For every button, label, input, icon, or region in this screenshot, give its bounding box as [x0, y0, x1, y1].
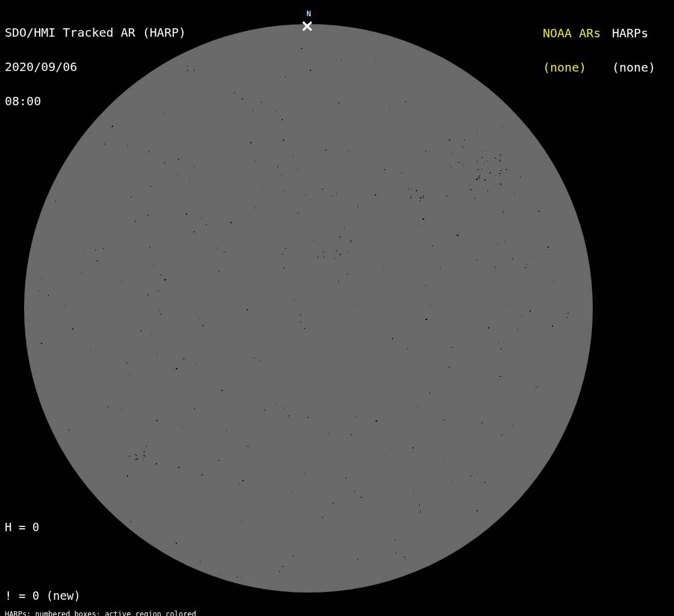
harps-label: HARPs [612, 28, 655, 39]
date-label: 2020/09/06 [5, 61, 186, 73]
time-label: 08:00 [5, 96, 186, 107]
legend-gap [5, 556, 135, 567]
noaa-ars-counter: NOAA ARs (none) [543, 5, 601, 96]
sdo-hmi-harp-frame: SDO/HMI Tracked AR (HARP) 2020/09/06 08:… [0, 0, 674, 616]
footnotes: HARPs: numbered boxes; active region col… [5, 596, 257, 616]
app-title: SDO/HMI Tracked AR (HARP) [5, 27, 186, 38]
harp-count-line: H = 0 [5, 522, 135, 533]
harps-value: (none) [612, 62, 655, 73]
noaa-ars-label: NOAA ARs [543, 28, 601, 39]
harps-counter: HARPs (none) [612, 5, 655, 96]
noaa-ars-value: (none) [543, 62, 601, 73]
title-block: SDO/HMI Tracked AR (HARP) 2020/09/06 08:… [5, 4, 186, 130]
north-pole-label: N [304, 10, 314, 17]
north-pole-cross-icon [301, 20, 313, 32]
footnote-harps: HARPs: numbered boxes; active region col… [5, 611, 257, 616]
